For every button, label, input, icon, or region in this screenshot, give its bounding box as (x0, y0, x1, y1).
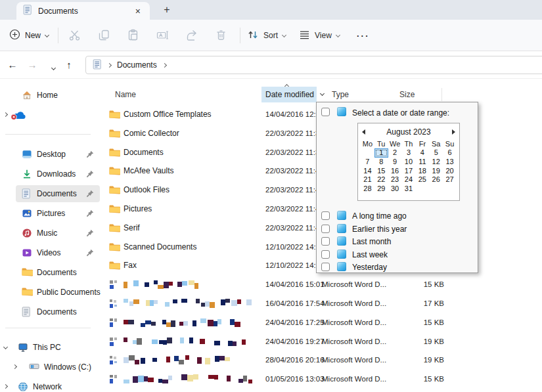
option-checkbox[interactable] (321, 250, 330, 259)
calendar-month-label[interactable]: August 2023 (365, 127, 452, 137)
calendar-day-14[interactable]: 14 (361, 167, 374, 176)
delete-icon[interactable] (215, 29, 228, 42)
date-filter-option-earlier-this-year[interactable]: Earlier this year (317, 223, 478, 236)
calendar-day-23[interactable]: 23 (388, 175, 402, 185)
folder-icon (22, 267, 34, 278)
sidebar-item-home[interactable]: Home (0, 85, 105, 105)
sort-button[interactable]: Sort (247, 26, 286, 45)
calendar-day-24[interactable]: 24 (402, 175, 416, 185)
column-header-type[interactable]: Type (332, 90, 349, 99)
option-checkbox[interactable] (321, 225, 330, 233)
column-header-date-modified[interactable]: Date modified (261, 87, 317, 102)
sidebar-item-onedrive[interactable] (0, 105, 105, 125)
date-filter-option-last-week[interactable]: Last week (317, 248, 478, 261)
date-filter-option-a-long-time-ago[interactable]: A long time ago (317, 209, 478, 223)
sidebar-item-network[interactable]: Network (0, 377, 105, 392)
file-row-document[interactable]: 24/04/2016 17:25Microsoft Word D...15 KB (105, 313, 542, 332)
close-tab-icon[interactable]: × (133, 7, 143, 16)
calendar-day-3[interactable]: 3 (402, 148, 416, 158)
calendar-day-13[interactable]: 13 (443, 158, 457, 167)
chevron-right-icon[interactable] (12, 364, 17, 369)
file-row-document[interactable]: 28/04/2016 20:16Microsoft Word D...19 KB (105, 351, 542, 370)
calendar-day-2[interactable]: 2 (388, 148, 402, 158)
sidebar-item-documents-folder[interactable]: Documents (0, 263, 105, 282)
calendar-day-26[interactable]: 26 (429, 175, 443, 185)
date-filter-option-last-month[interactable]: Last month (317, 235, 478, 248)
word-document-icon (110, 356, 118, 367)
back-button[interactable]: ← (5, 58, 20, 72)
sidebar-item-music[interactable]: Music (0, 223, 105, 243)
cut-icon[interactable] (68, 29, 81, 42)
calendar-day-5[interactable]: 5 (429, 148, 443, 158)
calendar-day-28[interactable]: 28 (361, 185, 374, 194)
option-checkbox[interactable] (321, 211, 330, 220)
calendar-day-20[interactable]: 20 (443, 167, 457, 176)
option-label: Yesterday (352, 263, 387, 272)
file-row-partial[interactable] (105, 389, 542, 392)
file-size: 19 KB (381, 356, 444, 364)
new-button[interactable]: New (9, 26, 49, 45)
sidebar-item-documents[interactable]: Documents (0, 184, 105, 204)
chevron-right-icon[interactable] (3, 112, 8, 117)
sidebar-item-public-documents[interactable]: Public Documents (0, 282, 105, 302)
calendar-day-15[interactable]: 15 (374, 167, 388, 176)
calendar-day-21[interactable]: 21 (361, 175, 374, 185)
calendar-day-27[interactable]: 27 (443, 175, 457, 185)
column-header-name[interactable]: Name (115, 90, 136, 99)
file-row-document[interactable]: 14/04/2016 15:01Microsoft Word D...15 KB (105, 275, 542, 294)
sidebar-item-videos[interactable]: Videos (0, 243, 105, 263)
paste-icon[interactable] (127, 29, 140, 42)
file-row-document[interactable]: 01/05/2016 13:03Microsoft Word D...15 KB (105, 370, 542, 389)
calendar-day-1[interactable]: 1 (374, 148, 388, 158)
chevron-down-icon[interactable] (3, 345, 8, 349)
calendar-day-16[interactable]: 16 (388, 167, 402, 176)
sidebar-item-downloads[interactable]: Downloads (0, 164, 105, 184)
calendar-day-29[interactable]: 29 (374, 185, 388, 194)
calendar-day-9[interactable]: 9 (388, 158, 402, 167)
calendar-day-7[interactable]: 7 (361, 158, 374, 167)
sidebar-item-windows-c[interactable]: Windows (C:) (0, 357, 105, 377)
sidebar-item-this-pc[interactable]: This PC (0, 338, 105, 357)
date-filter-option-yesterday[interactable]: Yesterday (317, 261, 478, 274)
calendar-day-4[interactable]: 4 (415, 148, 429, 158)
date-filter-chevron-icon[interactable] (320, 91, 325, 96)
file-row-document[interactable]: 24/04/2016 19:27Microsoft Word D...19 KB (105, 332, 542, 351)
sidebar-item-pictures[interactable]: Pictures (0, 204, 105, 223)
view-button[interactable]: View (299, 26, 340, 45)
calendar-day-17[interactable]: 17 (402, 167, 416, 176)
calendar-day-18[interactable]: 18 (415, 167, 429, 176)
calendar-day-22[interactable]: 22 (374, 175, 388, 185)
more-options-button[interactable]: ... (357, 29, 370, 39)
recent-locations-button[interactable] (46, 60, 60, 73)
calendar-day-25[interactable]: 25 (415, 175, 429, 185)
calendar-day-19[interactable]: 19 (429, 167, 443, 176)
address-input[interactable]: Documents (85, 56, 542, 74)
option-checkbox[interactable] (321, 263, 330, 271)
calendar-day-8[interactable]: 8 (374, 158, 388, 167)
copy-icon[interactable] (98, 29, 111, 42)
calendar-day-12[interactable]: 12 (429, 158, 443, 167)
breadcrumb-segment[interactable]: Documents (117, 60, 157, 70)
share-icon[interactable] (185, 29, 198, 42)
calendar-next-month-icon[interactable] (452, 129, 455, 135)
calendar-day-11[interactable]: 11 (415, 158, 429, 167)
tab-documents[interactable]: Documents × (16, 2, 150, 20)
calendar-day-30[interactable]: 30 (388, 185, 402, 194)
rename-icon[interactable] (156, 29, 169, 42)
new-tab-button[interactable]: + (160, 3, 174, 17)
sidebar-divider (5, 328, 91, 328)
chevron-right-icon[interactable] (3, 384, 8, 389)
sidebar-item-documents-doc[interactable]: Documents (0, 302, 105, 322)
option-checkbox[interactable] (321, 237, 330, 246)
file-row-document[interactable]: 16/04/2016 17:54Microsoft Word D...17 KB (105, 294, 542, 313)
forward-button[interactable]: → (25, 58, 39, 72)
calendar-day-31[interactable]: 31 (402, 185, 416, 194)
select-date-checkbox[interactable] (321, 108, 330, 116)
up-button[interactable]: ↑ (62, 58, 76, 72)
sidebar-item-label: Pictures (37, 209, 65, 218)
sidebar-item-desktop[interactable]: Desktop (0, 144, 105, 164)
calendar-day-6[interactable]: 6 (443, 148, 457, 158)
column-header-size[interactable]: Size (399, 90, 415, 99)
calendar-day-10[interactable]: 10 (402, 158, 416, 167)
file-name: Pictures (124, 204, 152, 213)
